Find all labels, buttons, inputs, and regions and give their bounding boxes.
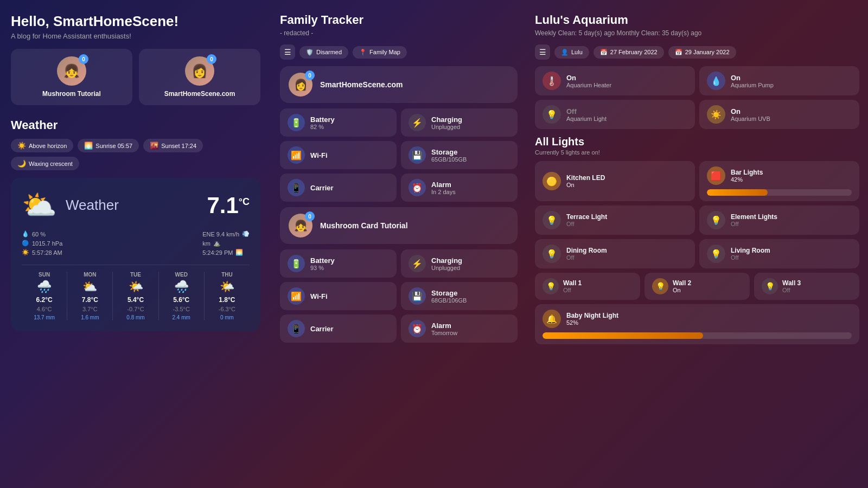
aq-device-status-3: On: [731, 107, 770, 115]
tracker-grid-0: 🔋 Battery 82 % ⚡ Charging Unplugged 📶 Wi…: [280, 108, 518, 202]
tracker-cell-0-4[interactable]: 📱 Carrier: [280, 174, 397, 202]
dining-icon: 💡: [542, 245, 561, 263]
calendar2-icon: 📅: [675, 49, 682, 56]
tc-icon-1-1: ⚡: [409, 255, 426, 272]
tracker-cell-1-1[interactable]: ⚡ Charging Unplugged: [401, 249, 518, 278]
living-status: Off: [731, 254, 770, 261]
tracker-name-0: SmartHomeScene.com: [320, 80, 403, 89]
aq-device-icon-2: 💡: [542, 105, 561, 124]
person-card-2[interactable]: 👩 0 SmartHomeScene.com: [139, 49, 260, 105]
aquarium-title: Lulu's Aquarium: [535, 13, 859, 27]
menu-button[interactable]: ☰: [280, 44, 295, 60]
tracker-name-1: Mushroom Card Tutorial: [320, 221, 408, 230]
left-panel: Hello, SmartHomeScene! A blog for Home A…: [0, 0, 271, 488]
mid-panel: Family Tracker - redacted - ☰ 🛡️ Disarme…: [271, 0, 526, 488]
aquarium-header: Lulu's Aquarium Weekly Clean: 5 day(s) a…: [535, 13, 859, 37]
forecast-day: WED 🌧️ 5.6°C -3.5°C 2.4 mm: [159, 272, 205, 320]
sun-icon: ☀️: [17, 142, 26, 150]
weather-card: ⛅ Weather 7.1°C 💧60 % 🔵1015.7 hPa ☀️5:57…: [11, 178, 260, 331]
tc-icon-0-1: ⚡: [409, 114, 426, 131]
aq-device-name-1: Aquarium Pump: [731, 82, 774, 88]
aq-device-name-2: Aquarium Light: [566, 115, 607, 122]
terrace-card[interactable]: 💡 Terrace Light Off: [535, 206, 695, 235]
baby-progress-bg: [542, 332, 852, 339]
weather-cloud-icon: ⛅: [22, 189, 57, 222]
tracker-cell-0-0[interactable]: 🔋 Battery 82 %: [280, 108, 397, 137]
person-card-1[interactable]: 👧 0 Mushroom Tutorial: [11, 49, 132, 105]
weather-main: ⛅ Weather 7.1°C: [22, 189, 250, 222]
disarmed-button[interactable]: 🛡️ Disarmed: [299, 46, 348, 59]
tracker-cell-0-3[interactable]: 💾 Storage 65GB/105GB: [401, 141, 518, 169]
wall-icon-2: 💡: [762, 278, 778, 294]
tracker-cell-0-2[interactable]: 📶 Wi-Fi: [280, 141, 397, 169]
tracker-cell-1-3[interactable]: 💾 Storage 68GB/106GB: [401, 282, 518, 310]
tracker-toolbar: ☰ 🛡️ Disarmed 📍 Family Map: [280, 44, 518, 60]
terrace-icon: 💡: [542, 211, 561, 229]
pill-sunrise: 🌅Sunrise 05:57: [78, 139, 139, 152]
tracker-cell-1-0[interactable]: 🔋 Battery 93 %: [280, 249, 397, 278]
aq-device-status-1: On: [731, 74, 774, 82]
avatar-badge-2: 0: [207, 54, 216, 64]
family-map-button[interactable]: 📍 Family Map: [353, 46, 407, 59]
aq-device-2[interactable]: 💡 Off Aquarium Light: [535, 100, 695, 129]
aq-device-3[interactable]: ☀️ On Aquarium UVB: [699, 100, 859, 129]
bar-lights-icon: 🟥: [707, 166, 725, 185]
aq-device-0[interactable]: 🌡️ On Aquarium Heater: [535, 66, 695, 95]
baby-icon: 🔔: [542, 310, 561, 328]
dining-card[interactable]: 💡 Dining Room Off: [535, 239, 695, 268]
aq-menu-button[interactable]: ☰: [535, 44, 550, 60]
forecast-day: MON ⛅ 7.8°C 3.7°C 1.6 mm: [67, 272, 113, 320]
kitchen-led-name: Kitchen LED: [566, 174, 605, 182]
aq-device-status-0: On: [566, 74, 611, 82]
aq-device-icon-1: 💧: [707, 72, 725, 90]
tracker-avatar-1: 👧 0: [289, 214, 312, 237]
tracker-title: Family Tracker: [280, 13, 518, 27]
baby-value: 52%: [566, 319, 618, 326]
wall-card-2[interactable]: 💡 Wall 3 Off: [754, 273, 859, 300]
greeting-sub: A blog for Home Assistant enthusiasts!: [11, 32, 260, 40]
element-card[interactable]: 💡 Element Lights Off: [699, 206, 859, 235]
wall-lights: 💡 Wall 1 Off 💡 Wall 2 On 💡 Wall 3 Off: [535, 273, 859, 300]
tracker-cell-0-5[interactable]: ⏰ Alarm In 2 days: [401, 174, 518, 202]
wall-card-0[interactable]: 💡 Wall 1 Off: [535, 273, 640, 300]
aquarium-sub: Weekly Clean: 5 day(s) ago Monthly Clean…: [535, 29, 859, 37]
forecast-day: TUE 🌤️ 5.4°C -0.7°C 0.8 mm: [113, 272, 158, 320]
tracker-cell-1-4[interactable]: 📱 Carrier: [280, 314, 397, 343]
avatar-1: 👧 0: [57, 56, 86, 86]
tc-icon-0-0: 🔋: [288, 114, 305, 131]
aq-device-status-2: Off: [566, 107, 607, 115]
element-name: Element Lights: [731, 213, 777, 221]
tc-icon-0-2: 📶: [288, 146, 305, 164]
baby-progress-fill: [542, 332, 703, 339]
tc-icon-0-5: ⏰: [409, 179, 426, 196]
tracker-person-0[interactable]: 👩 0 SmartHomeScene.com: [280, 66, 518, 103]
avatar-badge-1: 0: [79, 54, 88, 64]
weather-pills: ☀️Above horizon 🌅Sunrise 05:57 🌇Sunset 1…: [11, 139, 260, 170]
all-lights-title: All Lights: [535, 136, 859, 148]
person-icon: 👤: [561, 49, 569, 56]
bar-lights-name: Bar Lights: [731, 169, 763, 176]
tracker-cell-1-5[interactable]: ⏰ Alarm Tomorrow: [401, 314, 518, 343]
aq-device-icon-0: 🌡️: [542, 72, 561, 90]
person-name-2: SmartHomeScene.com: [164, 90, 235, 98]
bar-lights-progress-fill: [707, 189, 768, 196]
greeting-title: Hello, SmartHomeScene!: [11, 13, 260, 30]
person-cards: 👧 0 Mushroom Tutorial 👩 0 SmartHomeScene…: [11, 49, 260, 105]
bar-lights-card[interactable]: 🟥 Bar Lights 42%: [699, 161, 859, 201]
person-name-1: Mushroom Tutorial: [42, 90, 101, 98]
map-icon: 📍: [359, 49, 367, 56]
aquarium-devices: 🌡️ On Aquarium Heater 💧 On Aquarium Pump…: [535, 66, 859, 129]
bar-lights-value: 42%: [731, 176, 763, 183]
tracker-badge-1: 0: [305, 211, 315, 221]
calendar-icon: 📅: [600, 49, 608, 56]
living-card[interactable]: 💡 Living Room Off: [699, 239, 859, 268]
aq-device-1[interactable]: 💧 On Aquarium Pump: [699, 66, 859, 95]
tracker-person-1[interactable]: 👧 0 Mushroom Card Tutorial: [280, 207, 518, 244]
wall-card-1[interactable]: 💡 Wall 2 On: [644, 273, 750, 300]
kitchen-led-card[interactable]: 🟡 Kitchen LED On: [535, 161, 695, 201]
baby-night-card[interactable]: 🔔 Baby Night Light 52%: [535, 304, 859, 344]
tracker-cell-0-1[interactable]: ⚡ Charging Unplugged: [401, 108, 518, 137]
aq-device-name-3: Aquarium UVB: [731, 115, 770, 122]
tracker-cell-1-2[interactable]: 📶 Wi-Fi: [280, 282, 397, 310]
moon-icon: 🌙: [17, 159, 26, 168]
